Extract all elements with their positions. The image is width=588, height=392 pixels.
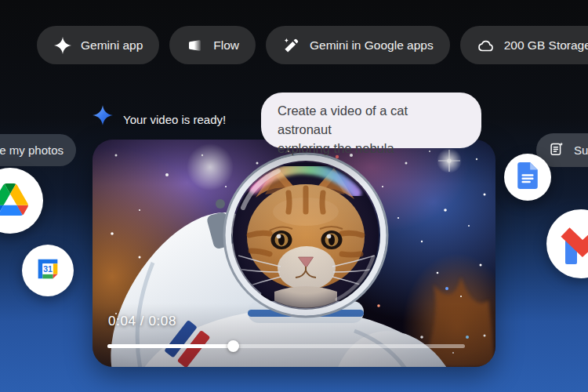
- pill-gemini-in-google-apps[interactable]: Gemini in Google apps: [266, 26, 450, 64]
- prompt-line-1: Create a video of a cat astronaut: [278, 101, 465, 139]
- pill-label: Flow: [213, 38, 239, 53]
- progress-knob[interactable]: [227, 340, 239, 352]
- gemini-sparkle-icon: [53, 36, 72, 55]
- chip-label: Sum: [574, 143, 588, 157]
- gmail-icon: [546, 208, 588, 280]
- flow-logo-icon: [186, 36, 205, 55]
- progress-fill: [107, 344, 233, 348]
- pill-label: 200 GB Storage: [504, 38, 588, 53]
- promo-canvas: Gemini app Flow Gemini in Google apps 20…: [0, 0, 588, 392]
- pill-label: Gemini app: [81, 38, 143, 53]
- summarize-icon: [548, 140, 565, 160]
- pill-gemini-app[interactable]: Gemini app: [37, 26, 159, 64]
- pill-label: Gemini in Google apps: [310, 38, 434, 53]
- pill-flow[interactable]: Flow: [169, 26, 256, 64]
- google-docs-shortcut[interactable]: [504, 154, 551, 201]
- google-docs-icon: [517, 162, 538, 192]
- feature-pill-row: Gemini app Flow Gemini in Google apps 20…: [37, 26, 588, 64]
- video-timestamp: 0:04 / 0:08: [108, 314, 176, 329]
- google-calendar-shortcut[interactable]: 31: [22, 245, 74, 296]
- chip-label: ze my photos: [0, 143, 64, 157]
- google-calendar-icon: 31: [33, 254, 63, 287]
- cat-astronaut-video-frame: [93, 140, 495, 367]
- prompt-line-2: exploring the nebula: [278, 139, 465, 158]
- chip-organize-my-photos[interactable]: ze my photos: [0, 134, 76, 166]
- video-progress-bar[interactable]: [107, 344, 465, 348]
- video-ready-status: Your video is ready!: [123, 113, 226, 126]
- pill-storage[interactable]: 200 GB Storage: [460, 26, 588, 64]
- gemini-star-blue-icon: [92, 104, 114, 126]
- google-drive-icon: [0, 183, 28, 219]
- svg-text:31: 31: [43, 265, 53, 274]
- google-drive-shortcut[interactable]: [0, 168, 43, 234]
- gmail-shortcut[interactable]: [546, 209, 588, 278]
- magic-pen-icon: [282, 36, 301, 55]
- prompt-bubble: Create a video of a cat astronaut explor…: [261, 93, 481, 148]
- video-player[interactable]: 0:04 / 0:08: [93, 140, 495, 367]
- cloud-icon: [477, 36, 495, 55]
